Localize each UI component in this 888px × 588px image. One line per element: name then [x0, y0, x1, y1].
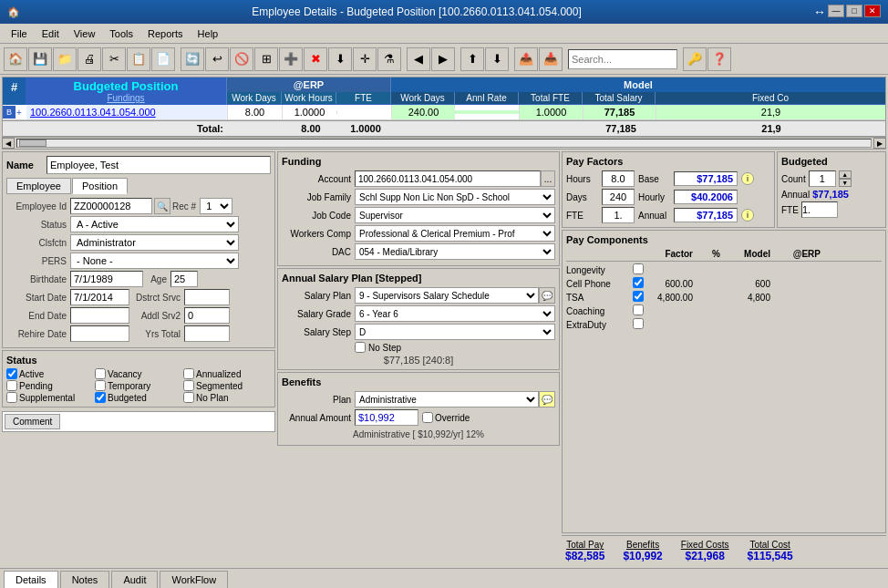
workers-comp-select[interactable]: Professional & Clerical Premium - Prof [355, 225, 555, 242]
toolbar-home[interactable]: 🏠 [4, 47, 27, 71]
toolbar-copy[interactable]: 📋 [127, 47, 150, 71]
salary-step-select[interactable]: D [355, 324, 555, 340]
annual-amount-input[interactable] [355, 409, 418, 426]
account-ellipsis-button[interactable]: ... [541, 170, 555, 187]
toolbar-print[interactable]: 🖨 [77, 47, 101, 71]
tab-employee[interactable]: Employee [6, 178, 71, 194]
toolbar-add[interactable]: ➕ [279, 47, 303, 71]
no-step-checkbox[interactable] [355, 342, 366, 353]
account-cell[interactable]: 100.2660.0113.041.054.000 [26, 105, 227, 119]
toolbar-export[interactable]: 📤 [514, 47, 538, 71]
dac-select[interactable]: 054 - Media/Library [355, 243, 555, 260]
status-pending-checkbox[interactable] [6, 380, 17, 391]
scroll-right-button[interactable]: ▶ [873, 138, 886, 149]
job-code-select[interactable]: Supervisor [355, 207, 555, 223]
pers-select[interactable]: - None - [70, 253, 239, 269]
toolbar-save[interactable]: 💾 [28, 47, 52, 71]
menu-reports[interactable]: Reports [140, 26, 191, 41]
toolbar-grid[interactable]: ⊞ [254, 47, 278, 71]
bp-title-sub[interactable]: Fundings [33, 93, 219, 103]
toolbar-cut[interactable]: ✂ [102, 47, 126, 71]
tab-audit[interactable]: Audit [111, 571, 158, 588]
count-up-button[interactable]: ▲ [839, 170, 852, 179]
status-active-checkbox[interactable] [6, 368, 17, 379]
rehire-date-input[interactable] [70, 325, 129, 342]
menu-file[interactable]: File [4, 26, 35, 41]
pf-hours-input[interactable] [602, 170, 635, 187]
end-date-input[interactable] [70, 307, 129, 324]
status-supplemental-checkbox[interactable] [6, 392, 17, 403]
name-input[interactable] [46, 156, 271, 174]
scroll-thumb[interactable] [19, 139, 46, 147]
toolbar-up[interactable]: ⬆ [460, 47, 484, 71]
birthdate-input[interactable] [70, 271, 143, 287]
status-no-plan-checkbox[interactable] [183, 392, 194, 403]
dstrct-srvc-input[interactable] [184, 289, 230, 305]
menu-view[interactable]: View [67, 26, 103, 41]
start-date-input[interactable] [70, 289, 129, 305]
toolbar-revert[interactable]: ↩ [205, 47, 229, 71]
scroll-track[interactable] [16, 139, 872, 148]
addl-srv2-input[interactable] [184, 307, 230, 324]
account-input[interactable] [355, 170, 541, 187]
budgeted-count-input[interactable] [809, 170, 836, 187]
minimize-button[interactable]: — [828, 5, 844, 17]
toolbar-down[interactable]: ⬇ [485, 47, 509, 71]
toolbar-filter[interactable]: ⚗ [377, 47, 401, 71]
menu-edit[interactable]: Edit [35, 26, 67, 41]
status-vacancy-checkbox[interactable] [95, 368, 106, 379]
scroll-left-button[interactable]: ◀ [2, 138, 15, 149]
pf-annual-info[interactable]: i [741, 209, 754, 222]
toolbar-import[interactable]: 📥 [539, 47, 563, 71]
menu-help[interactable]: Help [191, 26, 226, 41]
coaching-checkbox[interactable] [633, 304, 644, 315]
job-family-select[interactable]: Schl Supp Non Lic Non SpD - School [355, 189, 555, 205]
toolbar-search-input[interactable] [568, 49, 677, 69]
status-select[interactable]: A - Active [70, 216, 239, 232]
toolbar-key[interactable]: 🔑 [683, 47, 707, 71]
toolbar-move-down[interactable]: ⬇ [328, 47, 352, 71]
tab-details[interactable]: Details [4, 571, 58, 588]
tab-position[interactable]: Position [72, 178, 128, 194]
employee-lookup-button[interactable]: 🔍 [154, 198, 170, 214]
status-annualized-checkbox[interactable] [183, 368, 194, 379]
tsa-checkbox[interactable] [633, 291, 644, 302]
pf-base-info[interactable]: i [741, 172, 754, 185]
salary-plan-select[interactable]: 9 - Supervisors Salary Schedule [355, 287, 539, 304]
pf-days-input[interactable] [602, 189, 635, 205]
status-segmented-checkbox[interactable] [183, 380, 194, 391]
status-temporary-checkbox[interactable] [95, 380, 106, 391]
status-budgeted-checkbox[interactable] [95, 392, 106, 403]
toolbar-prev[interactable]: ◀ [407, 47, 430, 71]
close-button[interactable]: ✕ [864, 5, 881, 17]
toolbar-refresh[interactable]: 🔄 [181, 47, 204, 71]
employee-id-input[interactable] [70, 198, 152, 214]
toolbar-stop[interactable]: 🚫 [230, 47, 253, 71]
tab-workflow[interactable]: WorkFlow [160, 571, 228, 588]
toolbar-folder[interactable]: 📁 [53, 47, 77, 71]
budgeted-fte-input[interactable] [801, 201, 838, 218]
age-input[interactable] [170, 271, 198, 287]
toolbar-next[interactable]: ▶ [431, 47, 455, 71]
count-down-button[interactable]: ▼ [839, 179, 852, 187]
menu-tools[interactable]: Tools [102, 26, 140, 41]
salary-grade-select[interactable]: 6 - Year 6 [355, 305, 555, 322]
benefits-plan-select[interactable]: Administrative [355, 391, 539, 407]
row-add-button[interactable]: + [15, 108, 26, 118]
pf-fte-input[interactable] [602, 207, 635, 223]
maximize-button[interactable]: □ [846, 5, 862, 17]
extraduty-checkbox[interactable] [633, 318, 644, 329]
toolbar-crosshair[interactable]: ✛ [353, 47, 377, 71]
horizontal-scrollbar[interactable]: ◀ ▶ [2, 137, 886, 150]
toolbar-delete[interactable]: ✖ [304, 47, 327, 71]
tab-notes[interactable]: Notes [60, 571, 110, 588]
clsfctn-select[interactable]: Administrator [70, 234, 239, 251]
benefits-plan-info-button[interactable]: 💬 [539, 391, 555, 407]
longevity-checkbox[interactable] [633, 263, 644, 274]
rec-select[interactable]: 1 [200, 198, 232, 214]
comment-tab[interactable]: Comment [5, 414, 60, 429]
override-checkbox[interactable] [422, 412, 433, 423]
salary-plan-info-button[interactable]: 💬 [539, 287, 555, 304]
yrs-total-input[interactable] [184, 325, 230, 342]
cellphone-checkbox[interactable] [633, 277, 644, 288]
